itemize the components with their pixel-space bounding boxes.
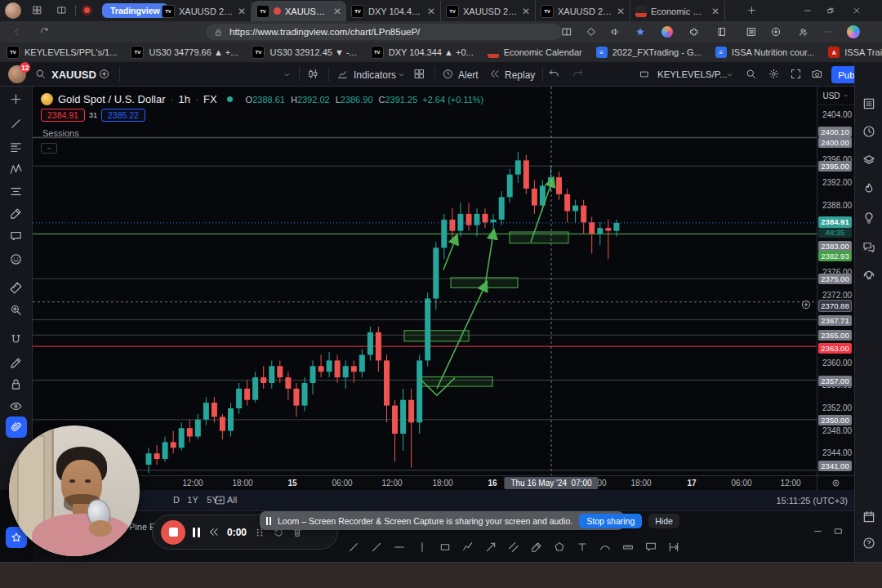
browser-tab[interactable]: TVXAUUSD 238✕ [252,1,346,21]
profiles-icon[interactable] [798,26,809,38]
compare-add-icon[interactable] [98,68,110,80]
symbol-interval[interactable]: 1h [179,93,190,105]
magnet-tool-icon[interactable] [9,333,23,347]
collections-icon[interactable] [716,26,728,38]
back-button[interactable] [11,26,23,38]
live-streams-icon[interactable] [862,269,876,283]
undo-icon[interactable] [548,68,560,80]
favorite-star-icon[interactable] [635,26,646,38]
dom-icon[interactable] [862,153,876,167]
zoom-in-tool-icon[interactable] [9,303,23,317]
alert-clock-icon[interactable] [442,68,454,80]
window-minimize-button[interactable] [803,6,813,16]
bookmark-item[interactable]: ≡2022_FXTrading - G... [596,47,702,58]
add-alert-plus-icon[interactable] [800,299,812,310]
emoji-tool-icon[interactable] [9,252,23,266]
url-field[interactable]: https://www.tradingview.com/chart/LPn85u… [206,24,562,40]
drawing-mode-icon[interactable] [9,356,23,370]
fav-tool-horizontal-line-icon[interactable] [393,541,406,554]
panel-minimize-icon[interactable] [813,526,823,537]
fav-tool-polygon-icon[interactable] [553,541,566,554]
browser-tab[interactable]: TVXAUUSD 2384.91✕ [157,1,252,21]
window-close-button[interactable] [852,6,862,16]
fib-retracement-tool-icon[interactable] [9,140,23,154]
chart-area[interactable]: Gold Spot / U.S. Dollar · 1h · FX O2388.… [33,87,817,475]
brush-tool-icon[interactable] [9,207,23,220]
bookmark-item[interactable]: TVDXY 104.344 ▲ +0... [371,46,474,59]
crosshair-tool-icon[interactable] [9,92,23,106]
extensions-icon[interactable] [688,26,700,38]
fullscreen-icon[interactable] [790,68,802,80]
go-to-date-icon[interactable] [214,494,226,506]
read-aloud-icon[interactable] [610,26,621,38]
calendar-icon[interactable] [862,510,876,524]
favorites-list-icon[interactable] [746,26,757,38]
snapshot-camera-icon[interactable] [811,68,823,80]
hide-button[interactable]: Hide [648,514,679,528]
eraser-tool-icon[interactable] [6,416,27,438]
replay-label[interactable]: Replay [505,69,535,81]
pattern-tool-icon[interactable] [9,163,23,176]
fav-tool-callout-icon[interactable] [644,541,657,554]
panel-maximize-icon[interactable] [833,526,844,537]
split-screen-icon[interactable] [561,26,572,38]
alert-label[interactable]: Alert [458,69,479,81]
tab-close-icon[interactable]: ✕ [238,7,246,16]
url-text[interactable]: https://www.tradingview.com/chart/LPn85u… [229,27,420,37]
bookmark-item[interactable]: Economic Calendar [488,47,582,58]
pane-collapse-button[interactable] [41,143,57,154]
range-D[interactable]: D [173,495,180,505]
bookmark-item[interactable]: TVUS30 34779.66 ▲ +... [131,46,238,59]
fav-tool-arrow-icon[interactable] [484,541,497,554]
measure-tool-icon[interactable] [9,281,23,295]
server-clock[interactable]: 15:11:25 (UTC+3) [776,496,848,506]
fav-tool-parallel-channel-icon[interactable] [507,541,520,554]
scroll-to-realtime-icon[interactable] [831,478,841,488]
webcam-overlay[interactable] [9,425,140,556]
ask-box[interactable]: 2385.22 [101,109,145,122]
fav-tool-text-icon[interactable] [576,541,589,554]
bookmark-item[interactable]: AISSA Trainer.com [828,47,882,58]
bookmark-item[interactable]: TVUS30 32912.45 ▼ -... [252,46,356,59]
currency-chevron-icon[interactable] [843,92,849,99]
tab-close-icon[interactable]: ✕ [711,7,719,16]
layout-chevron-icon[interactable] [725,70,734,79]
range-All[interactable]: All [227,495,237,505]
replay-icon[interactable] [488,68,501,80]
hotlists-icon[interactable] [862,181,876,196]
more-options-icon[interactable] [822,26,834,38]
symbol-search-icon[interactable] [34,68,47,80]
hide-drawings-icon[interactable] [9,399,23,413]
position-tool-icon[interactable] [9,185,23,198]
browser-tab[interactable]: TVXAUUSD 2384.91✕ [536,1,630,21]
browser-tab[interactable]: Economic Calenda✕ [630,1,725,21]
indicators-icon[interactable] [336,68,349,80]
loom-stop-record-button[interactable] [161,520,185,545]
fav-tool-measure-icon[interactable] [621,541,635,554]
browser-tab[interactable]: TVXAUUSD 2384.91✕ [441,1,536,21]
lock-drawings-icon[interactable] [9,377,23,391]
fav-tool-polyline-icon[interactable] [461,541,474,554]
symbol-name[interactable]: XAUUSD [51,69,96,81]
browser-tab[interactable]: TVDXY 104.455 ▲ +6✕ [346,1,441,21]
vertical-tabs-icon[interactable] [56,5,67,16]
callout-tool-icon[interactable] [9,229,23,243]
trend-line-tool-icon[interactable] [9,117,23,131]
layout-save-icon[interactable] [639,69,650,80]
indicators-chevron-icon[interactable] [397,70,406,79]
loom-pause-button[interactable] [193,528,200,537]
quick-search-icon[interactable] [745,68,757,80]
symbol-title[interactable]: Gold Spot / U.S. Dollar [58,93,166,105]
symbol-exchange[interactable]: FX [203,93,217,105]
fav-tool-trend-line-icon[interactable] [347,541,360,554]
help-icon[interactable] [862,536,876,550]
indicator-label[interactable]: Sessions [42,128,79,138]
ideas-icon[interactable] [862,211,876,225]
tab-close-icon[interactable]: ✕ [427,7,435,16]
add-collection-icon[interactable] [770,26,782,38]
time-axis[interactable]: 0012:0018:001506:0012:0018:00160018:0017… [33,475,817,490]
fav-tool-vertical-line-icon[interactable] [416,541,429,554]
settings-gear-icon[interactable] [768,68,780,80]
fav-tool-brush-icon[interactable] [530,541,543,554]
tab-actions-icon[interactable] [32,5,42,16]
